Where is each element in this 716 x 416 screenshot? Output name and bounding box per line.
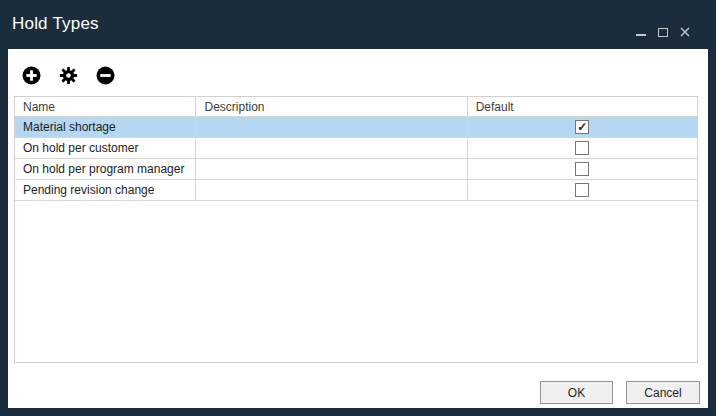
gear-icon: [59, 66, 78, 85]
table-row[interactable]: On hold per program manager: [15, 159, 697, 180]
default-checkbox[interactable]: [575, 162, 589, 176]
row-description: [196, 180, 467, 200]
row-default-cell: [468, 138, 697, 158]
plus-circle-icon: [22, 66, 41, 85]
maximize-icon[interactable]: [658, 28, 668, 37]
add-button[interactable]: [22, 66, 41, 85]
row-description: [196, 138, 467, 158]
minimize-icon[interactable]: [636, 34, 646, 36]
default-checkbox[interactable]: [575, 141, 589, 155]
minus-circle-icon: [96, 66, 115, 85]
row-name: On hold per customer: [15, 138, 196, 158]
row-name: On hold per program manager: [15, 159, 196, 179]
toolbar: [22, 66, 115, 85]
titlebar[interactable]: Hold Types: [0, 0, 716, 49]
table-row[interactable]: On hold per customer: [15, 138, 697, 159]
hold-types-table: Name Description Default Material shorta…: [14, 96, 698, 363]
cancel-button[interactable]: Cancel: [626, 381, 700, 404]
row-default-cell: [468, 180, 697, 200]
row-default-cell: [468, 117, 697, 137]
row-name: Material shortage: [15, 117, 196, 137]
default-checkbox[interactable]: [575, 120, 589, 134]
default-checkbox[interactable]: [575, 183, 589, 197]
window-controls: [636, 25, 690, 37]
table-header-row: Name Description Default: [15, 97, 697, 117]
close-icon[interactable]: [680, 27, 690, 37]
hold-types-window: Hold Types: [0, 0, 716, 416]
dialog-content: Name Description Default Material shorta…: [8, 49, 708, 408]
ok-button[interactable]: OK: [540, 381, 613, 404]
table-row[interactable]: Pending revision change: [15, 180, 697, 201]
column-header-name[interactable]: Name: [15, 97, 196, 116]
column-header-description[interactable]: Description: [196, 97, 467, 116]
column-header-default[interactable]: Default: [468, 97, 697, 116]
row-description: [196, 159, 467, 179]
remove-button[interactable]: [96, 66, 115, 85]
settings-button[interactable]: [59, 66, 78, 85]
row-description: [196, 117, 467, 137]
table-row[interactable]: Material shortage: [15, 117, 697, 138]
window-title: Hold Types: [12, 14, 99, 34]
row-default-cell: [468, 159, 697, 179]
row-name: Pending revision change: [15, 180, 196, 200]
